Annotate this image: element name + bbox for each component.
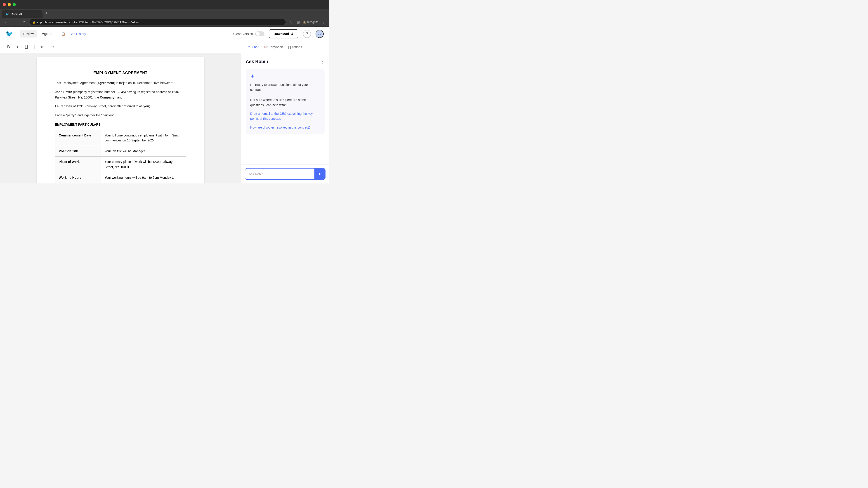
indent-left-button[interactable]: ⇤ <box>39 44 46 50</box>
parties-middle: ", and together the " <box>74 113 103 117</box>
minimize-window-button[interactable] <box>8 3 11 6</box>
company-label: Company <box>100 96 114 99</box>
tab-actions-label: [ ] Actions <box>288 45 302 49</box>
employment-particulars-title: EMPLOYMENT PARTICULARS <box>55 123 186 126</box>
editor-toolbar: B i U ⇤ ⇥ <box>0 41 241 53</box>
see-history-button[interactable]: See History <box>70 32 86 36</box>
incognito-label: 🕵 Incognito <box>303 21 318 24</box>
address-bar[interactable]: 🔒 app.robinai.co.uk/review/contract/Q29u… <box>29 19 286 25</box>
party-bold: party <box>67 113 74 117</box>
tab-title: Robin AI <box>11 12 22 16</box>
document-title: EMPLOYMENT AGREEMENT <box>55 71 186 75</box>
parties-bold: parties <box>102 113 113 117</box>
table-cell-value-1: Your job title will be Manager <box>101 146 186 156</box>
table-cell-label-0: Commencement Date <box>55 130 101 146</box>
window-controls[interactable] <box>3 3 16 6</box>
help-button[interactable]: ? <box>303 30 311 38</box>
table-cell-label-2: Place of Work <box>55 157 101 172</box>
chat-icon: ✦ <box>248 45 250 49</box>
close-window-button[interactable] <box>3 3 6 6</box>
download-button[interactable]: Download ⬇ <box>269 29 298 38</box>
question-icon: ? <box>306 32 308 36</box>
ask-send-button[interactable]: ➤ <box>314 168 325 180</box>
url-text: app.robinai.co.uk/review/contract/Q29udH… <box>37 21 139 24</box>
bold-button[interactable]: B <box>5 44 12 50</box>
panel-content: Ask Robin ⋮ ✦ I'm ready to answer questi… <box>241 53 329 164</box>
document-copy-icon: 📋 <box>61 32 65 36</box>
robin-message-box: ✦ I'm ready to answer questions about yo… <box>246 69 324 134</box>
ask-robin-title: Ask Robin <box>246 59 268 64</box>
active-tab[interactable]: 🐦 Robin AI ✕ <box>2 10 42 18</box>
user-avatar-button[interactable]: LD <box>315 30 324 38</box>
ask-robin-input[interactable] <box>245 169 314 179</box>
table-cell-value-2: Your primary place of work will be 1234 … <box>101 157 186 172</box>
tab-favicon: 🐦 <box>5 12 9 16</box>
toggle-knob <box>256 32 260 36</box>
suggestion-1-link[interactable]: Draft an email to the CEO explaining the… <box>250 111 320 121</box>
clean-version-control: Clean Version <box>233 31 264 36</box>
download-label: Download <box>274 32 289 36</box>
parties-end: ". <box>113 113 115 117</box>
underline-button[interactable]: U <box>24 44 30 50</box>
ask-input-wrap: ➤ <box>245 168 326 180</box>
table-cell-value-3: Your working hours will be 9am to 5pm Mo… <box>101 172 186 183</box>
table-row: Position Title Your job title will be Ma… <box>55 146 186 156</box>
document-name: Agreement 📋 <box>42 32 65 36</box>
back-button[interactable]: ← <box>3 19 10 25</box>
editor-area: B i U ⇤ ⇥ EMPLOYMENT AGREEMENT This Empl… <box>0 41 241 184</box>
clean-version-label: Clean Version <box>233 32 253 36</box>
ask-robin-header: Ask Robin ⋮ <box>246 59 324 64</box>
party1-paragraph: John Smith (company registration number … <box>55 90 186 100</box>
intro-text: This Employment Agreement ( <box>55 81 97 85</box>
italic-button[interactable]: i <box>16 44 20 50</box>
refresh-button[interactable]: ↺ <box>21 19 27 25</box>
right-panel: ✦ Chat 📖 Playbook [ ] Actions Ask Robin … <box>241 41 329 184</box>
extension-button[interactable]: ⊞ <box>296 19 301 25</box>
nav-action-buttons: ☆ ⊞ 🕵 Incognito ⋮ <box>288 19 327 25</box>
party1-end: ); and <box>114 96 123 99</box>
table-row: Commencement Date Your full time continu… <box>55 130 186 146</box>
clean-version-toggle[interactable] <box>255 31 264 36</box>
you-label: you <box>143 104 149 108</box>
forward-button[interactable]: → <box>12 19 19 25</box>
suggestion-2-link[interactable]: How are disputes resolved in this contra… <box>250 125 320 130</box>
toolbar-separator <box>34 45 35 49</box>
playbook-icon: 📖 <box>264 45 269 49</box>
lock-icon: 🔒 <box>32 21 35 24</box>
app-header: 🐦 Review Agreement 📋 See History Clean V… <box>0 27 329 41</box>
indent-right-button[interactable]: ⇥ <box>49 44 56 50</box>
review-button[interactable]: Review <box>20 30 37 37</box>
app-logo: 🐦 <box>5 30 15 37</box>
maximize-window-button[interactable] <box>13 3 16 6</box>
tab-close-button[interactable]: ✕ <box>36 12 39 16</box>
incognito-icon: 🕵 <box>303 21 306 24</box>
editor-content[interactable]: EMPLOYMENT AGREEMENT This Employment Agr… <box>0 53 241 184</box>
robin-bird-logo: 🐦 <box>5 30 13 37</box>
message-line1: I'm ready to answer questions about your… <box>250 83 308 92</box>
main-layout: B i U ⇤ ⇥ EMPLOYMENT AGREEMENT This Empl… <box>0 41 329 184</box>
panel-input-area: ➤ <box>241 164 329 184</box>
agreement-bold: Agreement <box>97 81 114 85</box>
party2-name: Lauren Deli <box>55 104 72 108</box>
browser-tabs-bar: 🐦 Robin AI ✕ + <box>0 9 329 18</box>
download-icon: ⬇ <box>291 32 293 36</box>
send-icon: ➤ <box>318 171 321 176</box>
tab-playbook-label: Playbook <box>270 45 283 49</box>
table-cell-label-3: Working Hours <box>55 172 101 183</box>
browser-window-controls <box>0 0 329 9</box>
party2-rest: of 1234 Parkway Street, hereinafter refe… <box>72 104 143 108</box>
tab-chat-label: Chat <box>252 45 258 49</box>
tab-chat[interactable]: ✦ Chat <box>245 41 261 53</box>
tab-playbook[interactable]: 📖 Playbook <box>261 41 286 53</box>
employment-table: Commencement Date Your full time continu… <box>55 130 186 183</box>
more-options-button[interactable]: ⋮ <box>320 19 327 25</box>
party2-paragraph: Lauren Deli of 1234 Parkway Street, here… <box>55 104 186 109</box>
more-options-button[interactable]: ⋮ <box>320 59 324 64</box>
star-button[interactable]: ☆ <box>288 19 293 25</box>
table-row: Working Hours Your working hours will be… <box>55 172 186 183</box>
intro-rest: ) is ma <box>114 81 123 85</box>
new-tab-button[interactable]: + <box>43 10 50 17</box>
table-cell-label-1: Position Title <box>55 146 101 156</box>
party1-name: John Smith <box>55 90 72 94</box>
tab-actions[interactable]: [ ] Actions <box>285 41 305 53</box>
